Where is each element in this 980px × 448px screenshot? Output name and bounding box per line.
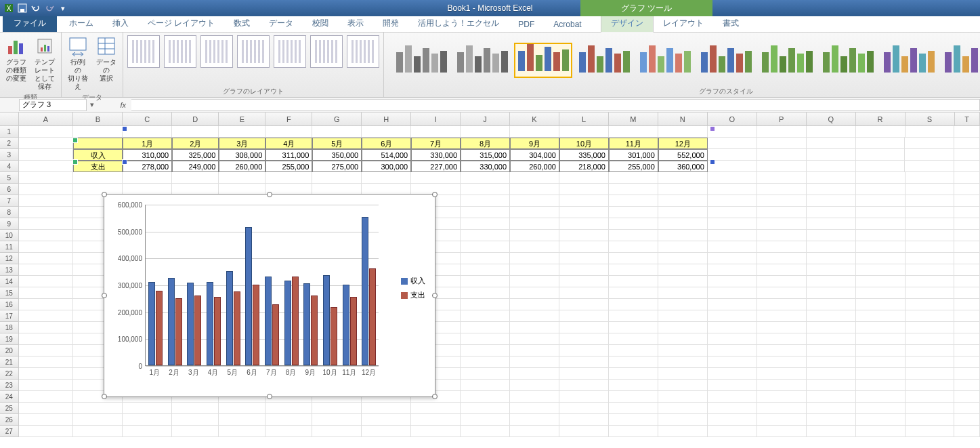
cell[interactable] <box>73 138 123 149</box>
row-header[interactable]: 19 <box>0 333 19 345</box>
cell[interactable] <box>609 310 658 322</box>
name-box-dropdown-icon[interactable]: ▾ <box>87 100 98 109</box>
tab-formulas[interactable]: 数式 <box>224 15 259 32</box>
cell[interactable] <box>265 403 312 414</box>
cell[interactable] <box>19 322 74 333</box>
cell[interactable] <box>807 276 856 287</box>
cell[interactable] <box>461 172 510 184</box>
cell[interactable] <box>757 414 807 426</box>
cell[interactable] <box>757 195 807 207</box>
cell[interactable]: 335,000 <box>559 149 609 161</box>
bar[interactable] <box>272 304 279 365</box>
cell[interactable] <box>19 207 74 218</box>
cell[interactable] <box>73 414 123 426</box>
cell[interactable] <box>510 172 559 184</box>
cell[interactable] <box>658 345 708 357</box>
cell[interactable] <box>362 126 411 138</box>
cell[interactable] <box>19 184 74 195</box>
row-header[interactable]: 1 <box>0 126 19 138</box>
cell[interactable] <box>559 241 609 253</box>
cell[interactable] <box>312 426 362 437</box>
cell[interactable] <box>757 218 807 230</box>
cell[interactable]: 310,000 <box>123 149 172 161</box>
cell[interactable] <box>906 426 955 437</box>
cell[interactable] <box>658 414 708 426</box>
cell[interactable] <box>954 310 980 322</box>
column-header[interactable]: S <box>906 113 955 125</box>
cell[interactable] <box>757 380 807 391</box>
row-header[interactable]: 12 <box>0 253 19 264</box>
cell[interactable] <box>856 345 906 357</box>
row-header[interactable]: 9 <box>0 218 19 230</box>
cell[interactable] <box>906 322 955 333</box>
cell[interactable] <box>609 426 658 437</box>
cell[interactable] <box>609 357 658 368</box>
chart-layout-option[interactable] <box>127 35 160 68</box>
tab-file[interactable]: ファイル <box>3 15 57 32</box>
cell[interactable]: 350,000 <box>312 149 362 161</box>
cell[interactable]: 308,000 <box>219 149 265 161</box>
cell[interactable]: 収入 <box>73 149 123 161</box>
cell[interactable] <box>461 126 510 138</box>
tab-review[interactable]: 校閲 <box>303 15 338 32</box>
cell[interactable] <box>461 322 510 333</box>
column-header[interactable]: C <box>123 113 172 125</box>
cell[interactable] <box>172 126 219 138</box>
cell[interactable] <box>219 426 265 437</box>
chart-style-option[interactable] <box>758 43 816 78</box>
cell[interactable]: 315,000 <box>461 149 510 161</box>
cell[interactable] <box>856 414 906 426</box>
cell[interactable] <box>954 264 980 276</box>
cell[interactable] <box>73 426 123 437</box>
cell[interactable] <box>461 287 510 299</box>
cell[interactable] <box>510 345 559 357</box>
cell[interactable] <box>265 172 312 184</box>
bar[interactable] <box>303 283 310 365</box>
cell[interactable] <box>559 333 609 345</box>
cell[interactable] <box>510 195 559 207</box>
tab-view[interactable]: 表示 <box>338 15 373 32</box>
cell[interactable] <box>312 126 362 138</box>
cell[interactable] <box>856 391 906 403</box>
cell[interactable] <box>411 172 461 184</box>
cell[interactable] <box>906 380 955 391</box>
cell[interactable] <box>658 230 708 241</box>
cell[interactable] <box>856 310 906 322</box>
cell[interactable] <box>461 195 510 207</box>
embedded-chart[interactable]: 0100,000200,000300,000400,000500,000600,… <box>104 194 435 397</box>
column-header[interactable]: F <box>265 113 312 125</box>
cell[interactable] <box>609 345 658 357</box>
cell[interactable] <box>658 403 708 414</box>
cell[interactable] <box>510 403 559 414</box>
chart-style-option[interactable] <box>697 43 755 78</box>
row-header[interactable]: 22 <box>0 368 19 380</box>
cell[interactable] <box>172 403 219 414</box>
cell[interactable] <box>609 264 658 276</box>
redo-icon[interactable] <box>43 2 56 14</box>
cell[interactable] <box>757 287 807 299</box>
cell[interactable] <box>312 414 362 426</box>
row-header[interactable]: 16 <box>0 299 19 310</box>
cell[interactable] <box>954 403 980 414</box>
cell[interactable] <box>708 264 757 276</box>
cell[interactable]: 6月 <box>362 138 411 149</box>
cell[interactable] <box>954 368 980 380</box>
cell[interactable] <box>708 299 757 310</box>
row-header[interactable]: 7 <box>0 195 19 207</box>
cell[interactable] <box>757 368 807 380</box>
cell[interactable] <box>807 126 856 138</box>
cell[interactable] <box>807 253 856 264</box>
cell[interactable] <box>219 403 265 414</box>
row-header[interactable]: 24 <box>0 391 19 403</box>
cell[interactable] <box>19 414 74 426</box>
bar[interactable] <box>226 271 233 365</box>
column-header[interactable]: T <box>955 113 980 125</box>
cell[interactable] <box>19 299 74 310</box>
cell[interactable] <box>19 241 74 253</box>
cell[interactable] <box>19 218 74 230</box>
bar[interactable] <box>292 277 299 365</box>
cell[interactable] <box>312 172 362 184</box>
row-header[interactable]: 14 <box>0 276 19 287</box>
cell[interactable] <box>609 380 658 391</box>
save-icon[interactable] <box>16 2 28 14</box>
